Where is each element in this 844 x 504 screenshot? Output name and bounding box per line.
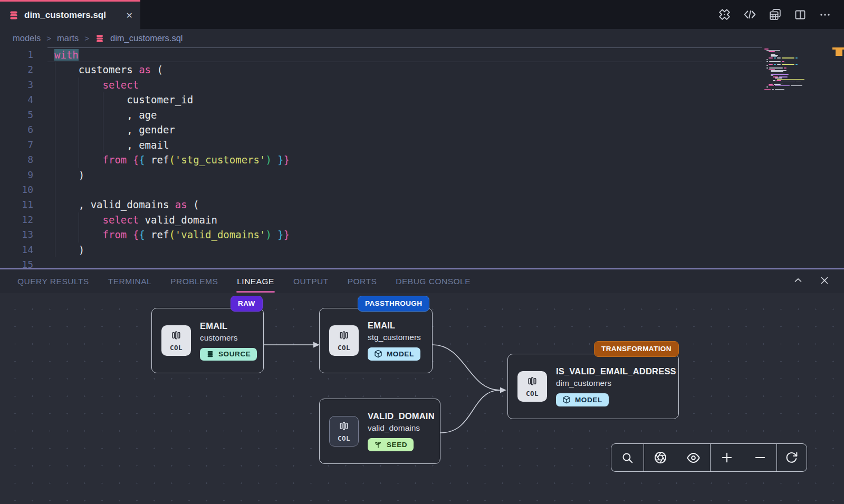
split-editor-icon[interactable] <box>794 8 807 21</box>
toolbar-group <box>777 444 806 471</box>
node-column-name: IS_VALID_EMAIL_ADDRESS <box>556 366 676 376</box>
minimap-line <box>764 89 823 90</box>
code-token <box>54 79 103 91</box>
line-number: 15 <box>0 257 47 268</box>
code-token: { <box>133 229 139 240</box>
code-token <box>54 214 103 226</box>
node-model-name: customers <box>200 333 257 343</box>
more-icon[interactable] <box>819 8 831 21</box>
code-token: , age <box>54 109 157 121</box>
lineage-tag-transformation: TRANSFORMATION <box>594 341 679 357</box>
code-editor[interactable]: 123456789101112131415 with customers as … <box>0 47 844 268</box>
lineage-canvas[interactable]: RAWCOLEMAILcustomersSOURCEPASSTHROUGHCOL… <box>0 293 844 504</box>
line-number: 14 <box>0 243 47 257</box>
code-token: } <box>277 154 283 166</box>
resource-chip-source: SOURCE <box>200 348 257 361</box>
code-line[interactable]: select <box>54 77 290 92</box>
plus-button[interactable] <box>720 451 734 464</box>
dbt-logo-icon[interactable] <box>718 8 731 21</box>
lineage-toolbar <box>611 443 807 472</box>
code-line[interactable] <box>54 257 290 268</box>
node-model-name: valid_domains <box>368 423 435 433</box>
tab-close-icon[interactable]: ✕ <box>126 11 133 21</box>
code-line[interactable]: , email <box>54 138 290 152</box>
panel-tab-output[interactable]: OUTPUT <box>293 277 329 286</box>
code-token: valid_domain <box>139 214 217 226</box>
code-token: select <box>103 79 139 91</box>
code-area[interactable]: with customers as ( select customer_id ,… <box>54 47 290 268</box>
lineage-node-stg_customers[interactable]: COLEMAILstg_customersMODEL <box>319 308 433 373</box>
col-label: COL <box>338 434 350 442</box>
code-token: as <box>175 199 187 210</box>
lineage-node-customers[interactable]: COLEMAILcustomersSOURCE <box>151 308 264 373</box>
chevron-up-icon[interactable] <box>792 275 804 288</box>
copy-table-icon[interactable] <box>769 8 782 21</box>
line-number: 1 <box>0 47 47 62</box>
minus-button[interactable] <box>753 451 767 464</box>
breadcrumb-separator: > <box>46 34 51 43</box>
code-line[interactable]: select valid_domain <box>54 212 290 227</box>
lineage-node-valid_domains[interactable]: COLVALID_DOMAINvalid_domainsSEED <box>319 399 440 464</box>
code-line[interactable] <box>54 182 290 197</box>
code-token: { <box>139 154 145 166</box>
editor-tab-bar: dim_customers.sql ✕ <box>0 0 844 29</box>
col-label: COL <box>170 344 183 352</box>
col-label: COL <box>526 390 539 398</box>
selected-text: with <box>54 49 79 61</box>
code-line[interactable]: , age <box>54 108 290 122</box>
node-column-name: EMAIL <box>368 321 421 331</box>
line-number: 2 <box>0 62 47 77</box>
code-line[interactable]: from {{ ref('valid_domains') }} <box>54 227 290 242</box>
line-number: 8 <box>0 152 47 167</box>
search-button[interactable] <box>621 451 634 464</box>
line-number: 7 <box>0 138 47 152</box>
tab-dim-customers-sql[interactable]: dim_customers.sql ✕ <box>0 0 140 29</box>
code-token: ) <box>54 169 84 181</box>
line-number: 4 <box>0 92 47 107</box>
code-line[interactable]: ) <box>54 168 290 182</box>
code-icon[interactable] <box>743 8 756 21</box>
editor-actions <box>718 0 844 29</box>
tab-title: dim_customers.sql <box>24 10 106 21</box>
minimap[interactable] <box>764 49 823 90</box>
code-token: as <box>139 64 151 75</box>
line-number: 5 <box>0 108 47 122</box>
lineage-node-dim_customers[interactable]: COLIS_VALID_EMAIL_ADDRESSdim_customersMO… <box>507 354 679 419</box>
breadcrumb-item-file[interactable]: dim_customers.sql <box>110 33 183 43</box>
panel-tab-terminal[interactable]: TERMINAL <box>108 277 151 286</box>
code-line[interactable]: from {{ ref('stg_customers') }} <box>54 152 290 167</box>
database-file-icon <box>95 34 104 43</box>
code-token: from <box>103 154 127 166</box>
code-line[interactable]: with <box>54 47 290 62</box>
breadcrumb-item-marts[interactable]: marts <box>57 33 79 43</box>
eye-button[interactable] <box>686 451 701 465</box>
line-number: 13 <box>0 227 47 242</box>
code-line[interactable]: , gender <box>54 122 290 137</box>
column-type-badge: COL <box>329 416 359 447</box>
col-label: COL <box>338 344 350 352</box>
panel-tab-query-results[interactable]: QUERY RESULTS <box>17 277 89 286</box>
code-line[interactable]: customer_id <box>54 92 290 107</box>
breadcrumb-item-models[interactable]: models <box>13 33 41 43</box>
toolbar-group <box>711 444 777 471</box>
node-column-name: VALID_DOMAIN <box>368 411 435 421</box>
code-line[interactable]: , valid_domains as ( <box>54 197 290 212</box>
seedling-icon <box>374 440 382 449</box>
code-line[interactable]: ) <box>54 243 290 257</box>
code-token: } <box>277 229 283 240</box>
code-token: ref <box>145 154 169 166</box>
scrollbar-change-marker <box>836 50 842 56</box>
panel-tab-bar: QUERY RESULTSTERMINALPROBLEMSLINEAGEOUTP… <box>0 269 844 293</box>
database-icon <box>206 350 214 358</box>
panel-tab-debug-console[interactable]: DEBUG CONSOLE <box>396 277 471 286</box>
panel-tab-problems[interactable]: PROBLEMS <box>170 277 218 286</box>
panel-tab-ports[interactable]: PORTS <box>348 277 377 286</box>
code-token: ( <box>187 199 199 210</box>
code-line[interactable]: customers as ( <box>54 62 290 77</box>
code-token: } <box>284 154 290 166</box>
panel-tab-lineage[interactable]: LINEAGE <box>237 277 274 286</box>
refresh-button[interactable] <box>785 451 798 464</box>
close-icon[interactable] <box>819 275 830 288</box>
aperture-button[interactable] <box>654 451 667 464</box>
database-file-icon <box>8 10 19 21</box>
